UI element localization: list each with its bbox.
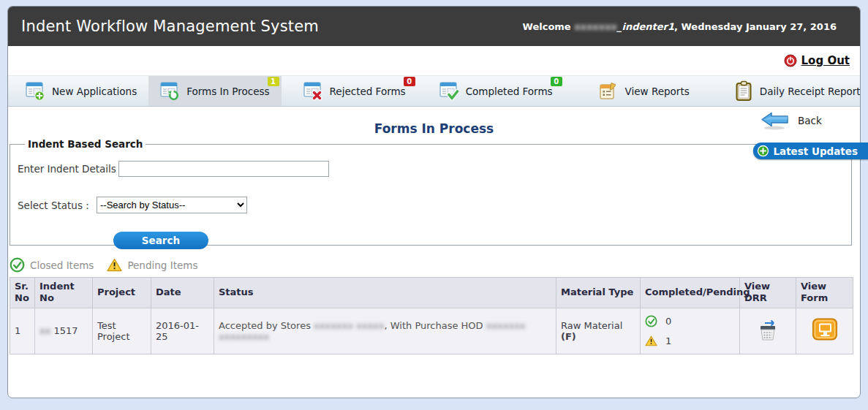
- tab-new-applications[interactable]: New Applications: [14, 76, 148, 106]
- cell-completed-pending: 0 1: [641, 308, 740, 354]
- status-text: , With Purchase HOD: [385, 320, 486, 331]
- tab-completed-forms[interactable]: Completed Forms 0: [428, 76, 565, 106]
- indent-search-panel: Indent Based Search Enter Indent Details…: [10, 138, 852, 246]
- cell-sr-no: 1: [10, 308, 35, 354]
- tab-label: Completed Forms: [466, 86, 553, 97]
- pending-count-badge: 1: [268, 77, 279, 86]
- tab-view-reports[interactable]: View Reports: [586, 76, 701, 106]
- check-circle-icon: [645, 315, 657, 327]
- search-button[interactable]: Search: [113, 232, 208, 249]
- welcome-message: Welcome xxxxxxx_indenter1, Wednesday Jan…: [523, 21, 837, 32]
- status-redacted-store: xxxxxxx xxxxx: [314, 320, 384, 331]
- plus-circle-icon: [757, 145, 769, 157]
- status-select[interactable]: --Search by Status--: [97, 197, 247, 213]
- indent-number: 1517: [54, 325, 78, 336]
- pending-items-legend: Pending Items: [107, 258, 197, 272]
- warning-triangle-icon: [107, 258, 122, 272]
- form-add-icon: [26, 82, 45, 101]
- page-background: Indent Workflow Management System Welcom…: [0, 0, 868, 410]
- nav-bar: New Applications For: [8, 75, 860, 107]
- indent-details-input[interactable]: [118, 161, 329, 177]
- app-title: Indent Workflow Management System: [21, 18, 319, 35]
- clipboard-icon: [735, 80, 753, 102]
- pending-items-label: Pending Items: [127, 259, 197, 271]
- tab-forms-in-process[interactable]: Forms In Process 1: [148, 76, 281, 106]
- search-panel-legend: Indent Based Search: [25, 138, 146, 150]
- col-sr-no: Sr. No: [10, 278, 35, 308]
- form-process-icon: [160, 82, 180, 101]
- report-notepad-icon: [598, 81, 619, 101]
- col-project: Project: [93, 278, 151, 308]
- logout-link[interactable]: Log Out: [784, 54, 850, 67]
- forms-table: Sr. No Indent No Project Date Status Mat…: [10, 277, 853, 354]
- cell-date: 2016-01-25: [151, 308, 214, 354]
- col-status: Status: [214, 278, 556, 308]
- back-button[interactable]: Back: [760, 110, 822, 131]
- tab-label: Rejected Forms: [330, 86, 406, 97]
- status-text: Accepted by Stores: [219, 320, 314, 331]
- pending-line: 1: [645, 331, 735, 351]
- welcome-username: _indenter1: [617, 21, 674, 32]
- rejected-count-badge: 0: [404, 77, 415, 86]
- pending-count: 1: [665, 335, 671, 346]
- welcome-prefix: Welcome: [523, 21, 575, 32]
- app-window: Indent Workflow Management System Welcom…: [7, 6, 861, 398]
- cell-view-form: [796, 308, 853, 354]
- col-view-drr: View DRR: [740, 278, 796, 308]
- form-completed-icon: [439, 82, 459, 101]
- back-label: Back: [798, 115, 822, 126]
- back-arrow-icon: [760, 110, 790, 131]
- view-form-icon[interactable]: [811, 317, 839, 342]
- col-completed-pending: Completed/Pending: [641, 278, 740, 308]
- material-type-text: Raw Material: [561, 320, 622, 331]
- cell-material-type: Raw Material (F): [556, 308, 641, 354]
- col-view-form: View Form: [796, 278, 853, 308]
- closed-items-legend: Closed Items: [10, 257, 94, 273]
- form-rejected-icon: [303, 82, 323, 101]
- cell-view-drr: [740, 308, 796, 354]
- check-circle-icon: [10, 257, 25, 273]
- material-flag: (F): [561, 331, 576, 342]
- indent-prefix-redacted: xx: [39, 325, 50, 336]
- tab-daily-receipt-report[interactable]: Daily Receipt Report: [723, 76, 861, 106]
- view-drr-icon[interactable]: [756, 317, 780, 342]
- welcome-redacted-username: xxxxxxx: [574, 21, 617, 32]
- col-indent-no: Indent No: [35, 278, 93, 308]
- table-header-row: Sr. No Indent No Project Date Status Mat…: [10, 278, 853, 308]
- latest-updates-label: Latest Updates: [773, 145, 858, 157]
- warning-triangle-icon: [645, 335, 657, 346]
- latest-updates-button[interactable]: Latest Updates: [753, 143, 868, 159]
- status-label: Select Status :: [18, 200, 89, 211]
- tab-label: New Applications: [52, 86, 137, 97]
- tab-label: Forms In Process: [186, 86, 269, 97]
- col-material-type: Material Type: [556, 278, 641, 308]
- title-bar: Indent Workflow Management System Welcom…: [8, 7, 860, 46]
- tab-rejected-forms[interactable]: Rejected Forms 0: [292, 76, 418, 106]
- power-icon: [784, 54, 797, 67]
- indent-details-label: Enter Indent Details :: [18, 163, 123, 175]
- logout-row: Log Out: [784, 46, 850, 75]
- cell-project: Test Project: [93, 308, 151, 354]
- completed-count: 0: [665, 316, 671, 327]
- table-row: 1 xx 1517 Test Project 2016-01-25 Accept…: [10, 308, 853, 354]
- status-legend: Closed Items Pending Items: [10, 257, 211, 273]
- closed-items-label: Closed Items: [30, 259, 94, 271]
- cell-status: Accepted by Stores xxxxxxx xxxxx, With P…: [214, 308, 556, 354]
- completed-count-badge: 0: [551, 77, 562, 86]
- welcome-date: , Wednesday January 27, 2016: [674, 21, 837, 32]
- tab-label: View Reports: [625, 86, 690, 97]
- logout-label: Log Out: [801, 54, 850, 67]
- page-title: Forms In Process: [8, 121, 860, 136]
- col-date: Date: [151, 278, 214, 308]
- cell-indent-no: xx 1517: [35, 308, 93, 354]
- completed-line: 0: [645, 311, 735, 331]
- tab-label: Daily Receipt Report: [760, 86, 861, 97]
